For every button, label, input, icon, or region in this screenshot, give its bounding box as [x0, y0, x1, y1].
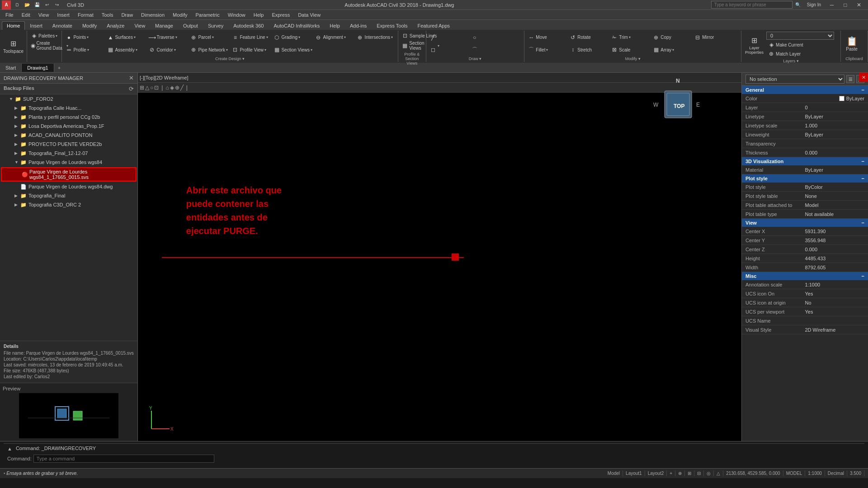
trim-btn[interactable]: ✁ Trim ▾: [609, 33, 650, 42]
props-section-misc[interactable]: Misc −: [742, 272, 868, 280]
selection-dropdown[interactable]: No selection: [745, 75, 844, 84]
menu-dimension[interactable]: Dimension: [137, 11, 168, 19]
props-section-plotstyle[interactable]: Plot style −: [742, 174, 868, 183]
tool-icon-2[interactable]: △: [145, 84, 149, 91]
tool-icon-1[interactable]: ⊞: [140, 84, 144, 91]
mirror-btn[interactable]: ⊟ Mirror: [693, 33, 733, 42]
surfaces-btn[interactable]: ▲ Surfaces ▾: [105, 33, 146, 42]
paste-btn[interactable]: 📋 Paste: [843, 35, 861, 52]
save-btn[interactable]: 💾: [33, 1, 42, 9]
tab-help[interactable]: Help: [325, 21, 345, 30]
stretch-btn[interactable]: ↕ Stretch: [568, 46, 609, 54]
grid-btn[interactable]: ⊞: [685, 470, 694, 476]
tab-modify[interactable]: Modify: [77, 21, 102, 30]
rect-btn[interactable]: ◻: [428, 46, 469, 54]
tab-annotate[interactable]: Annotate: [47, 21, 77, 30]
corridor-btn[interactable]: ⊘ Corridor ▾: [147, 46, 188, 54]
tree-item-topo-final-old[interactable]: ▶ 📁 Topografia_Final_12-12-07: [0, 149, 137, 158]
tree-item-topo-final[interactable]: ▶ 📁 Topografia_Final: [0, 191, 137, 200]
move-btn[interactable]: ↔ Move: [526, 33, 567, 42]
nav-cube[interactable]: N TOP W E: [651, 77, 705, 132]
panel-close-btn[interactable]: ✕: [129, 75, 134, 81]
tree-item-sup-foro2[interactable]: ▼ 📁 SUP_FORO2: [0, 94, 137, 103]
command-input[interactable]: [33, 455, 214, 463]
refresh-btn[interactable]: ⟳: [129, 85, 134, 92]
menu-format[interactable]: Format: [74, 11, 97, 19]
scale-btn[interactable]: ⊠ Scale: [609, 46, 650, 54]
menu-edit[interactable]: Edit: [18, 11, 34, 19]
viewport[interactable]: [-][Top][2D Wireframe] ⊞ △ ○ ⊡ | ⌂ ◈ ⊕ ╱…: [138, 73, 741, 441]
pipe-network-btn[interactable]: ⊕ Pipe Network ▾: [189, 46, 229, 54]
tab-addins[interactable]: Add-ins: [345, 21, 372, 30]
menu-window[interactable]: Window: [224, 11, 249, 19]
alignment-btn[interactable]: ⊖ Alignment ▾: [313, 33, 354, 42]
tab-view[interactable]: View: [129, 21, 150, 30]
tab-survey[interactable]: Survey: [203, 21, 228, 30]
maximize-btn[interactable]: □: [839, 0, 852, 9]
profile-view-btn[interactable]: ⊡ Profile View ▾: [230, 46, 271, 54]
tab-drawing1[interactable]: Drawing1: [22, 64, 54, 72]
search-input[interactable]: [711, 1, 793, 9]
menu-draw[interactable]: Draw: [118, 11, 137, 19]
tree-item-acad[interactable]: ▶ 📁 ACAD_CANALITO PONTON: [0, 131, 137, 140]
fillet-btn[interactable]: ⌒ Fillet ▾: [526, 46, 567, 54]
redo-btn[interactable]: ↪: [52, 1, 61, 9]
signin-btn[interactable]: Sign In: [803, 2, 825, 7]
cmd-expand-btn[interactable]: ▲: [7, 446, 12, 451]
make-current-btn[interactable]: ◈ Make Current: [766, 41, 839, 49]
tab-home[interactable]: Home: [2, 21, 25, 30]
panel-close-x[interactable]: ✕: [859, 73, 868, 82]
menu-modify[interactable]: Modify: [169, 11, 191, 19]
section-views-btn[interactable]: ▦ Section Views ▾: [272, 46, 314, 54]
new-btn[interactable]: 🗋: [13, 1, 22, 9]
rotate-btn[interactable]: ↺ Rotate: [568, 33, 609, 42]
workspace-dropdown[interactable]: Civil 3D: [63, 2, 88, 8]
menu-express[interactable]: Express: [268, 11, 293, 19]
grading-btn[interactable]: ⬡ Grading ▾: [272, 33, 312, 42]
layer-properties-btn[interactable]: ⊞ LayerProperties: [743, 34, 765, 56]
add-layout-btn[interactable]: +: [667, 470, 675, 476]
tab-infraworks[interactable]: AutoCAD InfraWorks: [269, 21, 325, 30]
layout2-btn[interactable]: Layout2: [645, 470, 667, 476]
search-btn[interactable]: 🔍: [793, 1, 802, 9]
tree-item-proyecto[interactable]: ▶ 📁 PROYECTO PUENTE VERDE2b: [0, 140, 137, 149]
props-section-general[interactable]: General −: [742, 86, 868, 94]
tool-icon-5[interactable]: ⌂: [165, 84, 169, 91]
add-tab-btn[interactable]: +: [54, 64, 64, 72]
props-menu-btn[interactable]: ☰: [846, 75, 854, 83]
menu-help[interactable]: Help: [250, 11, 268, 19]
layer-dropdown[interactable]: 0: [766, 32, 834, 40]
tree-item-planta[interactable]: ▶ 📁 Planta y perfil personal CCg 02b: [0, 113, 137, 122]
parcel-btn[interactable]: ⊕ Parcel ▾: [189, 33, 229, 42]
tree-item-parque-svs[interactable]: 🔴 Parque Virgen de Lourdes wgs84_1_17665…: [1, 167, 137, 182]
tree-item-parque-dwg[interactable]: 📄 Parque Virgen de Lourdes wgs84.dwg: [0, 182, 137, 191]
profile-btn[interactable]: ═ Profile ▾: [64, 46, 104, 54]
tool-icon-3[interactable]: ○: [150, 84, 153, 91]
traverse-btn[interactable]: ⟶ Traverse ▾: [147, 33, 188, 42]
match-layer-btn[interactable]: ⊕ Match Layer: [766, 50, 839, 58]
feature-line-btn[interactable]: ≡ Feature Line ▾: [230, 33, 271, 42]
tab-featuredapps[interactable]: Featured Apps: [413, 21, 455, 30]
menu-tools[interactable]: Tools: [98, 11, 117, 19]
minimize-btn[interactable]: ─: [826, 0, 838, 9]
tree-item-topo-calle[interactable]: ▶ 📁 Topografia Calle Huac...: [0, 103, 137, 113]
circle-btn[interactable]: ○: [470, 33, 510, 42]
menu-dataview[interactable]: Data View: [294, 11, 324, 19]
menu-view[interactable]: View: [35, 11, 53, 19]
line-btn[interactable]: ╱: [428, 33, 469, 42]
tool-icon-8[interactable]: ╱: [180, 84, 184, 91]
tab-output[interactable]: Output: [178, 21, 203, 30]
ortho-btn[interactable]: ⊟: [694, 470, 704, 476]
osnap-btn[interactable]: △: [714, 470, 723, 476]
tab-expresstools[interactable]: Express Tools: [372, 21, 412, 30]
props-section-3d[interactable]: 3D Visualization −: [742, 157, 868, 165]
toolspace-btn[interactable]: ⊞ Toolspace: [2, 37, 25, 55]
props-section-view[interactable]: View −: [742, 219, 868, 227]
points-btn[interactable]: ● Points ▾: [64, 33, 104, 42]
menu-insert[interactable]: Insert: [53, 11, 73, 19]
tool-icon-7[interactable]: ⊕: [175, 84, 179, 91]
undo-btn[interactable]: ↩: [42, 1, 52, 9]
tree-item-parque[interactable]: ▼ 📁 Parque Virgen de Lourdes wgs84: [0, 158, 137, 167]
polar-btn[interactable]: ◎: [704, 470, 714, 476]
snap-btn[interactable]: ⊕: [675, 470, 685, 476]
